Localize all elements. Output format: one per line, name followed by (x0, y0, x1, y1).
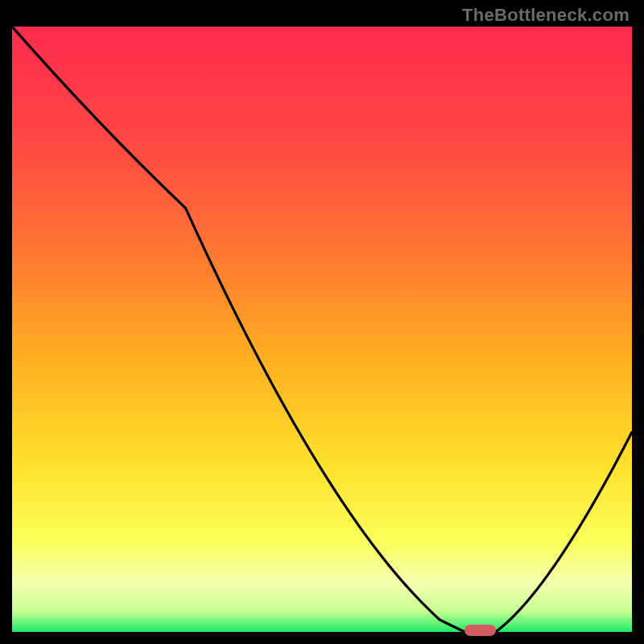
optimal-marker (464, 625, 496, 636)
gradient-fill (12, 27, 632, 632)
bottleneck-chart (12, 27, 632, 632)
watermark-text: TheBottleneck.com (462, 5, 630, 26)
chart-frame (12, 27, 632, 632)
